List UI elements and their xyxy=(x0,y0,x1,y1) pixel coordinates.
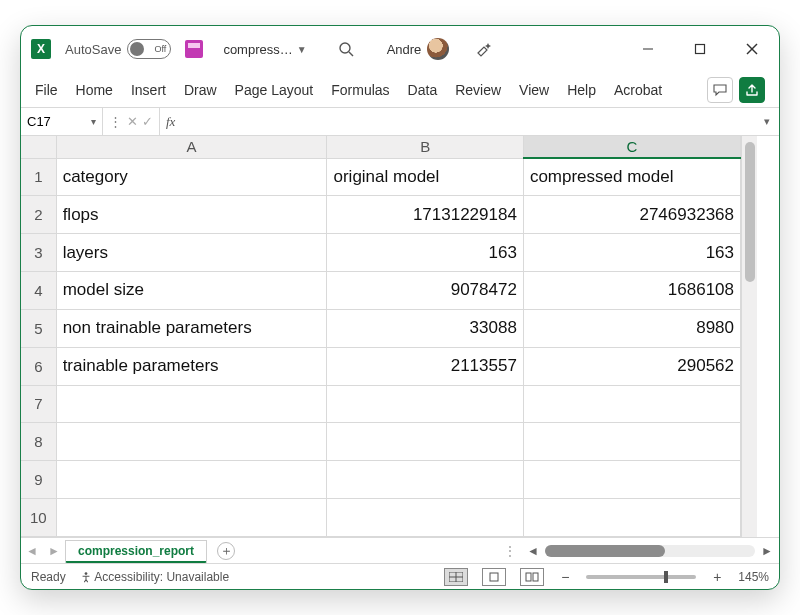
cell[interactable] xyxy=(56,499,327,537)
view-page-layout-button[interactable] xyxy=(482,568,506,586)
sheet-nav-prev[interactable]: ◄ xyxy=(21,544,43,558)
cell[interactable] xyxy=(327,385,523,423)
cell[interactable]: 163 xyxy=(523,234,740,272)
save-icon[interactable] xyxy=(185,40,203,58)
col-header-a[interactable]: A xyxy=(56,136,327,158)
cell[interactable] xyxy=(523,461,740,499)
hscroll-thumb[interactable] xyxy=(545,545,665,557)
row-header[interactable]: 8 xyxy=(21,423,56,461)
cell[interactable] xyxy=(327,461,523,499)
autosave-toggle[interactable]: AutoSave Off xyxy=(65,39,171,59)
cell[interactable]: 290562 xyxy=(523,347,740,385)
cell[interactable]: flops xyxy=(56,196,327,234)
cell[interactable]: compressed model xyxy=(523,158,740,196)
filename-dropdown[interactable]: compress… ▼ xyxy=(223,42,306,57)
horizontal-scrollbar[interactable]: ◄ ► xyxy=(525,544,775,558)
zoom-knob[interactable] xyxy=(664,571,668,583)
row-header[interactable]: 5 xyxy=(21,309,56,347)
row-header[interactable]: 2 xyxy=(21,196,56,234)
cell[interactable]: 8980 xyxy=(523,309,740,347)
zoom-out-button[interactable]: − xyxy=(558,569,572,585)
col-header-c[interactable]: C xyxy=(523,136,740,158)
tab-draw[interactable]: Draw xyxy=(184,82,217,98)
row-header[interactable]: 3 xyxy=(21,234,56,272)
cell[interactable] xyxy=(56,423,327,461)
tab-formulas[interactable]: Formulas xyxy=(331,82,389,98)
cell[interactable] xyxy=(327,499,523,537)
row-header[interactable]: 1 xyxy=(21,158,56,196)
cell[interactable]: 17131229184 xyxy=(327,196,523,234)
row-header[interactable]: 6 xyxy=(21,347,56,385)
tab-file[interactable]: File xyxy=(35,82,58,98)
zoom-slider[interactable] xyxy=(586,575,696,579)
cell[interactable] xyxy=(523,423,740,461)
minimize-button[interactable] xyxy=(625,29,671,69)
account-button[interactable]: Andre xyxy=(387,38,450,60)
tab-review[interactable]: Review xyxy=(455,82,501,98)
select-all-corner[interactable] xyxy=(21,136,56,158)
tab-data[interactable]: Data xyxy=(408,82,438,98)
zoom-level[interactable]: 145% xyxy=(738,570,769,584)
name-box[interactable]: C17 ▾ xyxy=(21,108,103,135)
splitter-handle-icon[interactable]: ⋮ xyxy=(504,544,517,558)
add-sheet-button[interactable]: ＋ xyxy=(217,542,235,560)
zoom-in-button[interactable]: + xyxy=(710,569,724,585)
tab-view[interactable]: View xyxy=(519,82,549,98)
excel-logo-icon: X xyxy=(31,39,51,59)
cell[interactable]: original model xyxy=(327,158,523,196)
svg-rect-11 xyxy=(526,573,531,581)
fx-label[interactable]: fx xyxy=(160,114,181,130)
row-header[interactable]: 7 xyxy=(21,385,56,423)
close-icon xyxy=(746,43,758,55)
accept-formula-button[interactable]: ✓ xyxy=(142,114,153,129)
tab-insert[interactable]: Insert xyxy=(131,82,166,98)
sheet-tab-active[interactable]: compression_report xyxy=(65,540,207,563)
cell[interactable]: 2113557 xyxy=(327,347,523,385)
comments-button[interactable] xyxy=(707,77,733,103)
cell[interactable] xyxy=(56,461,327,499)
hscroll-left[interactable]: ◄ xyxy=(525,544,541,558)
close-button[interactable] xyxy=(729,29,775,69)
autosave-switch[interactable]: Off xyxy=(127,39,171,59)
cell[interactable] xyxy=(523,385,740,423)
cell[interactable]: 1686108 xyxy=(523,272,740,310)
row-header[interactable]: 10 xyxy=(21,499,56,537)
tab-help[interactable]: Help xyxy=(567,82,596,98)
view-normal-button[interactable] xyxy=(444,568,468,586)
cell[interactable] xyxy=(327,423,523,461)
tab-page-layout[interactable]: Page Layout xyxy=(235,82,314,98)
scrollbar-thumb[interactable] xyxy=(745,142,755,282)
cell[interactable]: 2746932368 xyxy=(523,196,740,234)
cell[interactable] xyxy=(523,499,740,537)
cell[interactable]: layers xyxy=(56,234,327,272)
sheet-nav-next[interactable]: ► xyxy=(43,544,65,558)
cell[interactable]: category xyxy=(56,158,327,196)
search-button[interactable] xyxy=(331,34,361,64)
maximize-button[interactable] xyxy=(677,29,723,69)
view-page-break-button[interactable] xyxy=(520,568,544,586)
formula-input[interactable] xyxy=(181,108,755,135)
cell[interactable] xyxy=(56,385,327,423)
cell[interactable]: model size xyxy=(56,272,327,310)
cell[interactable]: trainable parameters xyxy=(56,347,327,385)
cell[interactable]: non trainable parameters xyxy=(56,309,327,347)
vertical-scrollbar[interactable] xyxy=(741,136,757,537)
hscroll-track[interactable] xyxy=(545,545,755,557)
accessibility-status[interactable]: Accessibility: Unavailable xyxy=(80,570,229,584)
hscroll-right[interactable]: ► xyxy=(759,544,775,558)
expand-formula-button[interactable]: ▾ xyxy=(755,115,779,128)
drag-handle-icon[interactable]: ⋮ xyxy=(109,114,123,129)
tab-acrobat[interactable]: Acrobat xyxy=(614,82,662,98)
row-header[interactable]: 9 xyxy=(21,461,56,499)
spreadsheet-grid[interactable]: A B C 1categoryoriginal modelcompressed … xyxy=(21,136,779,537)
svg-point-6 xyxy=(84,572,87,575)
row-header[interactable]: 4 xyxy=(21,272,56,310)
clear-formatting-button[interactable] xyxy=(469,34,499,64)
tab-home[interactable]: Home xyxy=(76,82,113,98)
cell[interactable]: 163 xyxy=(327,234,523,272)
cell[interactable]: 33088 xyxy=(327,309,523,347)
share-button[interactable] xyxy=(739,77,765,103)
col-header-b[interactable]: B xyxy=(327,136,523,158)
cell[interactable]: 9078472 xyxy=(327,272,523,310)
cancel-formula-button[interactable]: ✕ xyxy=(127,114,138,129)
